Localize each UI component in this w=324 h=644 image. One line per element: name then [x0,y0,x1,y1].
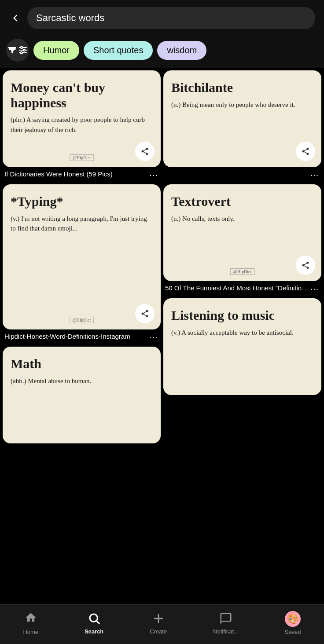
header: Sarcastic words [0,0,324,34]
card-money-title: Money can't buy happiness [11,80,153,110]
svg-point-1 [12,51,13,52]
nav-spacer [0,446,324,490]
card-listening-def: (v.) A socially acceptable way to be ant… [171,328,313,338]
create-icon [152,612,165,626]
search-value: Sarcastic words [36,12,104,24]
card-listening-title: Listening to music [171,308,313,323]
card-money-wrap: Money can't buy happiness (phr.) A sayin… [3,70,161,182]
card-math[interactable]: Math (abb.) Mental abuse to human. [3,347,161,443]
svg-point-7 [23,49,25,51]
card-textrovert-label-row: 50 Of The Funniest And Most Honest "Defi… [163,283,321,296]
share-button-typing[interactable] [135,304,155,323]
notifications-icon [219,612,232,626]
card-typing-content: *Typing* (v.) I'm not writing a long par… [11,194,153,300]
nav-home[interactable]: Home [23,611,38,635]
card-bitchilante-label-row: ··· [163,169,321,182]
card-bitchilante-def: (n.) Being mean only to people who deser… [171,100,313,110]
card-textrovert-title: Textrovert [171,194,313,209]
filter-icon-button[interactable] [6,39,29,62]
card-money-label-row: If Dictionaries Were Honest (59 Pics) ··… [3,169,161,182]
card-bitchilante-title: Bitchilante [171,80,313,95]
card-typing-label-row: Hipdict-Honest-Word-Definitions-Instagra… [3,331,161,344]
left-column: Money can't buy happiness (phr.) A sayin… [3,70,161,443]
share-button-bitchilante[interactable] [296,142,315,161]
card-textrovert-def: (n.) No calls, texts only. [171,214,313,224]
card-textrovert-wrap: Textrovert (n.) No calls, texts only. @H… [163,184,321,296]
nav-create[interactable]: Create [150,612,167,635]
nav-notifications-label: Notificat... [213,628,239,635]
back-button[interactable] [9,11,22,25]
nav-home-label: Home [23,629,38,635]
card-textrovert-content: Textrovert (n.) No calls, texts only. [171,194,313,251]
nav-saved[interactable]: 🎨 Saved [285,611,301,635]
card-money-source: @HipDict [70,154,94,161]
card-typing-def: (v.) I'm not writing a long paragraph, I… [11,214,153,234]
nav-create-label: Create [150,628,167,635]
svg-line-10 [96,621,99,623]
svg-point-0 [9,49,11,50]
chip-humor[interactable]: Humor [33,41,79,60]
card-money-def: (phr.) A saying created by poor people t… [11,115,153,135]
card-textrovert-label: 50 Of The Funniest And Most Honest "Defi… [165,284,309,293]
card-money[interactable]: Money can't buy happiness (phr.) A sayin… [3,70,161,167]
card-typing[interactable]: *Typing* (v.) I'm not writing a long par… [3,184,161,329]
chip-short-quotes[interactable]: Short quotes [84,41,153,60]
search-bar[interactable]: Sarcastic words [27,7,315,29]
share-button-money[interactable] [135,142,155,161]
share-button-textrovert[interactable] [296,256,315,275]
nav-search[interactable]: Search [85,612,103,635]
card-listening[interactable]: Listening to music (v.) A socially accep… [163,298,321,395]
filter-row: Humor Short quotes wisdom [0,34,324,68]
content-grid: Money can't buy happiness (phr.) A sayin… [0,68,324,446]
chip-wisdom[interactable]: wisdom [157,41,206,60]
more-button-typing[interactable]: ··· [148,332,159,342]
card-listening-wrap: Listening to music (v.) A socially accep… [163,298,321,395]
search-icon [88,612,101,626]
more-button-bitchilante[interactable]: ··· [309,170,320,180]
card-typing-title: *Typing* [11,194,153,209]
nav-search-label: Search [85,628,103,635]
card-typing-label: Hipdict-Honest-Word-Definitions-Instagra… [4,332,148,341]
bottom-nav: Home Search Create Notificat... 🎨 Saved [0,604,324,644]
card-typing-wrap: *Typing* (v.) I'm not writing a long par… [3,184,161,344]
svg-point-6 [21,47,22,48]
card-listening-content: Listening to music (v.) A socially accep… [171,308,313,365]
card-money-label: If Dictionaries Were Honest (59 Pics) [4,170,148,179]
more-button-textrovert[interactable]: ··· [309,284,320,294]
svg-point-2 [15,49,16,50]
right-column: Bitchilante (n.) Being mean only to peop… [163,70,321,443]
avatar: 🎨 [285,611,301,627]
nav-notifications[interactable]: Notificat... [213,612,239,635]
card-math-content: Math (abb.) Mental abuse to human. [11,356,153,413]
card-math-wrap: Math (abb.) Mental abuse to human. [3,347,161,443]
card-bitchilante[interactable]: Bitchilante (n.) Being mean only to peop… [163,70,321,167]
card-money-content: Money can't buy happiness (phr.) A sayin… [11,80,153,137]
svg-point-8 [21,52,22,54]
more-button-money[interactable]: ··· [148,170,159,180]
card-math-title: Math [11,356,153,372]
card-math-def: (abb.) Mental abuse to human. [11,376,153,386]
card-textrovert[interactable]: Textrovert (n.) No calls, texts only. @H… [163,184,321,281]
card-bitchilante-content: Bitchilante (n.) Being mean only to peop… [171,80,313,137]
home-icon [25,611,37,627]
card-typing-source: @HipDict [70,317,94,323]
card-bitchilante-wrap: Bitchilante (n.) Being mean only to peop… [163,70,321,182]
card-textrovert-source: @HipDict [230,268,254,275]
nav-saved-label: Saved [285,629,301,635]
